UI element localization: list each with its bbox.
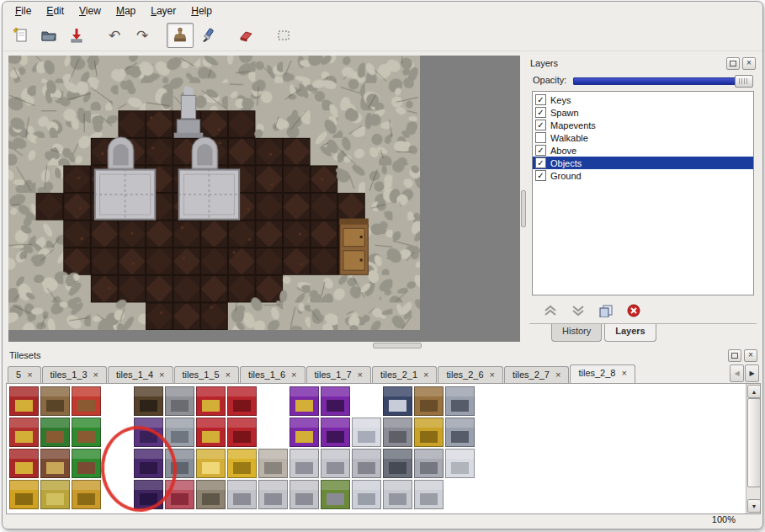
layers-panel-title: Layers: [530, 58, 558, 68]
tab-close-icon[interactable]: ×: [226, 371, 231, 379]
layer-visibility-checkbox[interactable]: ✓: [535, 107, 546, 118]
tileset-tab-tiles_1_4[interactable]: tiles_1_4×: [108, 366, 173, 383]
tileset-tab-tiles_1_5[interactable]: tiles_1_5×: [174, 366, 239, 383]
map-canvas[interactable]: [8, 56, 420, 330]
tab-close-icon[interactable]: ×: [423, 371, 428, 379]
tileset-tab-tiles_1_6[interactable]: tiles_1_6×: [240, 366, 305, 383]
save-button[interactable]: [63, 23, 90, 48]
tileset-tab-tiles_2_6[interactable]: tiles_2_6×: [438, 366, 502, 383]
scroll-tabs-left-button[interactable]: ◀: [730, 364, 744, 382]
delete-layer-button[interactable]: [627, 304, 640, 317]
menu-map[interactable]: Map: [109, 3, 143, 19]
tab-close-icon[interactable]: ×: [159, 371, 164, 379]
brush-tool-button[interactable]: [194, 23, 221, 48]
tilesets-panel-titlebar: Tilesets ×: [6, 348, 761, 363]
tab-close-icon[interactable]: ×: [93, 371, 98, 379]
menu-layer[interactable]: Layer: [143, 3, 183, 19]
layer-visibility-checkbox[interactable]: ✓: [535, 94, 546, 105]
tileset-tab-label: tiles_2_7: [513, 370, 550, 380]
tab-close-icon[interactable]: ×: [555, 371, 560, 379]
close-icon: ×: [746, 59, 752, 67]
tileset-tab-label: tiles_1_5: [183, 370, 220, 380]
map-canvas-area[interactable]: [8, 56, 520, 342]
tileset-content[interactable]: ▲ ▼: [6, 383, 761, 514]
redo-button[interactable]: ↷: [129, 23, 156, 48]
float-panel-button[interactable]: [726, 57, 740, 70]
menu-edit[interactable]: Edit: [39, 3, 72, 19]
new-button[interactable]: [8, 23, 35, 48]
layer-row-keys[interactable]: ✓Keys: [533, 93, 753, 106]
opacity-row: Opacity:: [527, 71, 759, 89]
tileset-tab-label: tiles_1_7: [315, 370, 352, 380]
tileset-tab-label: tiles_1_6: [248, 370, 285, 380]
tileset-tab-label: tiles_2_6: [446, 370, 483, 380]
opacity-label: Opacity:: [533, 75, 566, 85]
opacity-slider[interactable]: [573, 76, 753, 85]
float-panel-button[interactable]: [728, 349, 741, 362]
tileset-tab-tiles_2_1[interactable]: tiles_2_1×: [372, 366, 437, 383]
layer-visibility-checkbox[interactable]: ✓: [535, 145, 546, 156]
selection-rect-icon: [275, 27, 292, 44]
tileset-tab-label: tiles_2_1: [380, 370, 417, 380]
down-arrow-icon: ▼: [752, 503, 757, 509]
layer-label: Above: [550, 146, 576, 156]
tileset-tab-tiles_1_3[interactable]: tiles_1_3×: [42, 366, 107, 383]
close-icon: ×: [748, 351, 753, 359]
menu-help[interactable]: Help: [183, 3, 220, 19]
select-tool-button[interactable]: [270, 23, 297, 48]
close-panel-button[interactable]: ×: [742, 57, 756, 70]
stamp-tool-button[interactable]: [167, 23, 194, 48]
tileset-tab-5[interactable]: 5×: [8, 366, 41, 383]
open-button[interactable]: [35, 23, 62, 48]
app-window: FileEditViewMapLayerHelp ↶: [2, 1, 763, 529]
layer-visibility-checkbox[interactable]: ✓: [535, 157, 546, 168]
move-layer-down-button[interactable]: [571, 305, 585, 317]
vertical-splitter[interactable]: [520, 56, 526, 342]
layer-row-mapevents[interactable]: ✓Mapevents: [533, 119, 753, 131]
tilesets-panel: Tilesets × 5×tiles_1_3×tiles_1_4×tiles_1…: [6, 348, 761, 514]
scrollbar-thumb[interactable]: [747, 398, 761, 487]
layer-row-spawn[interactable]: ✓Spawn: [533, 106, 753, 119]
layer-row-above[interactable]: ✓Above: [533, 144, 753, 157]
tileset-tab-bar: 5×tiles_1_3×tiles_1_4×tiles_1_5×tiles_1_…: [6, 363, 761, 383]
menu-file[interactable]: File: [8, 3, 39, 19]
layer-label: Ground: [550, 171, 582, 181]
layer-visibility-checkbox[interactable]: ✓: [535, 170, 546, 181]
menu-view[interactable]: View: [72, 3, 109, 19]
splitter-grip[interactable]: [521, 190, 526, 227]
dock-tab-layers[interactable]: Layers: [604, 324, 656, 342]
undo-icon: ↶: [109, 29, 120, 43]
up-arrow-icon: ▲: [752, 389, 757, 395]
layer-visibility-checkbox[interactable]: ✓: [535, 120, 546, 130]
opacity-slider-handle[interactable]: [735, 75, 753, 88]
move-layer-up-button[interactable]: [544, 305, 557, 317]
layer-row-walkable[interactable]: Walkable: [533, 131, 753, 144]
tileset-scrollbar[interactable]: ▲ ▼: [746, 384, 760, 513]
layers-list: ✓Keys✓Spawn✓MapeventsWalkable✓Above✓Obje…: [532, 91, 754, 295]
tileset-tab-tiles_2_8[interactable]: tiles_2_8×: [570, 364, 635, 383]
close-panel-button[interactable]: ×: [744, 349, 757, 362]
undo-button[interactable]: ↶: [101, 23, 128, 48]
tab-close-icon[interactable]: ×: [490, 371, 495, 379]
toolbar: ↶ ↷: [3, 20, 762, 51]
layer-visibility-checkbox[interactable]: [535, 132, 546, 143]
layer-row-ground[interactable]: ✓Ground: [533, 169, 753, 182]
tab-close-icon[interactable]: ×: [291, 371, 296, 379]
opacity-slider-track[interactable]: [573, 77, 752, 85]
tab-close-icon[interactable]: ×: [621, 370, 626, 377]
stamp-tool-icon: [172, 27, 189, 44]
save-download-icon: [68, 27, 85, 44]
duplicate-layer-button[interactable]: [599, 305, 613, 317]
tileset-tab-tiles_2_7[interactable]: tiles_2_7×: [504, 366, 569, 383]
layer-label: Mapevents: [550, 120, 596, 130]
scroll-up-button[interactable]: ▲: [747, 385, 761, 398]
tileset-tab-label: tiles_1_3: [50, 370, 88, 380]
dock-tab-history[interactable]: History: [551, 324, 602, 342]
layer-row-objects[interactable]: ✓Objects: [533, 157, 753, 169]
tab-close-icon[interactable]: ×: [358, 371, 363, 379]
scroll-tabs-right-button[interactable]: ▶: [745, 364, 759, 382]
tileset-tab-tiles_1_7[interactable]: tiles_1_7×: [306, 366, 371, 383]
eraser-tool-button[interactable]: [232, 23, 259, 48]
tab-close-icon[interactable]: ×: [27, 371, 32, 379]
scroll-down-button[interactable]: ▼: [747, 499, 761, 513]
